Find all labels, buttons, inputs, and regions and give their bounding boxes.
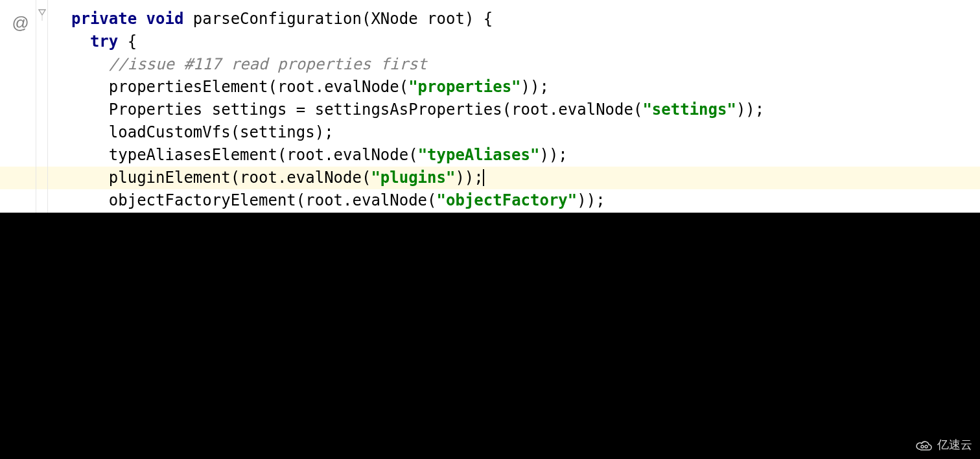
override-marker-icon[interactable]: @ [12, 12, 29, 34]
fold-collapse-icon[interactable] [38, 9, 46, 21]
code-line[interactable]: pluginElement(root.evalNode("plugins")); [48, 167, 980, 189]
line-highlight-gutter [0, 167, 36, 189]
redaction-overlay [0, 213, 980, 459]
watermark-text: 亿速云 [937, 434, 972, 456]
code-line[interactable]: try { [48, 30, 980, 53]
cloud-icon [915, 439, 933, 452]
watermark: 亿速云 [915, 434, 972, 456]
svg-point-2 [925, 445, 928, 448]
code-line[interactable]: private void parseConfiguration(XNode ro… [48, 8, 980, 30]
svg-point-1 [921, 445, 924, 448]
code-line[interactable]: objectFactoryElement(root.evalNode("obje… [48, 189, 980, 212]
code-line[interactable]: //issue #117 read properties first [48, 53, 980, 76]
code-lines[interactable]: private void parseConfiguration(XNode ro… [48, 8, 980, 235]
code-line[interactable]: Properties settings = settingsAsProperti… [48, 99, 980, 121]
text-cursor [483, 169, 484, 186]
code-line[interactable]: loadCustomVfs(settings); [48, 121, 980, 144]
code-line[interactable]: propertiesElement(root.evalNode("propert… [48, 76, 980, 99]
code-line[interactable]: typeAliasesElement(root.evalNode("typeAl… [48, 144, 980, 167]
line-highlight-fold-gutter [36, 167, 47, 189]
